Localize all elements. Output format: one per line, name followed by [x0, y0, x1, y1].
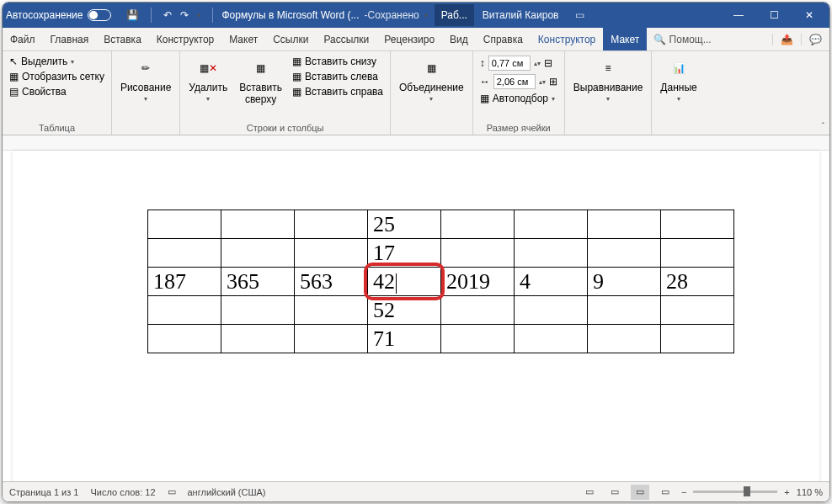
- focus-view-icon[interactable]: ▭: [580, 485, 599, 500]
- table-cell[interactable]: 9: [588, 268, 661, 296]
- close-button[interactable]: ✕: [792, 3, 826, 28]
- table-cell[interactable]: 365: [221, 268, 295, 296]
- ruler[interactable]: [3, 135, 829, 151]
- insert-below-button[interactable]: ▦Вставить снизу: [291, 55, 385, 68]
- toggle-switch[interactable]: [88, 9, 111, 21]
- table-cell[interactable]: [515, 210, 588, 239]
- table-cell[interactable]: 25: [368, 210, 441, 239]
- delete-button[interactable]: ▦✕Удалить▾: [185, 55, 231, 107]
- tab-layout[interactable]: Макет: [221, 28, 265, 50]
- table-cell[interactable]: [515, 296, 588, 325]
- ribbon-display-icon[interactable]: ▭: [575, 9, 584, 21]
- user-name[interactable]: Виталий Каиров: [483, 9, 559, 21]
- insert-left-button[interactable]: ▦Вставить слева: [291, 70, 385, 83]
- table-cell[interactable]: [588, 296, 661, 325]
- redo-icon[interactable]: ↷: [180, 9, 189, 21]
- table-cell[interactable]: [295, 296, 368, 325]
- table-cell[interactable]: 52: [368, 296, 441, 325]
- minimize-button[interactable]: —: [722, 3, 755, 28]
- tab-file[interactable]: Файл: [3, 28, 43, 50]
- language-indicator[interactable]: английский (США): [188, 487, 266, 497]
- draw-button[interactable]: ✏ Рисование▾: [117, 55, 174, 104]
- properties-button[interactable]: ▤Свойства: [8, 85, 106, 98]
- table-cell[interactable]: [588, 325, 661, 353]
- proofing-icon[interactable]: ▭: [168, 486, 176, 497]
- tab-view[interactable]: Вид: [442, 28, 476, 50]
- tab-references[interactable]: Ссылки: [265, 28, 316, 50]
- collapse-ribbon-button[interactable]: ˆ: [822, 122, 824, 131]
- table-cell[interactable]: [221, 296, 295, 325]
- table-cell[interactable]: [295, 325, 368, 353]
- table-cell[interactable]: [295, 239, 368, 268]
- table-cell[interactable]: [221, 239, 295, 268]
- maximize-button[interactable]: ☐: [757, 3, 791, 28]
- web-view-icon[interactable]: ▭: [656, 485, 675, 500]
- tab-insert[interactable]: Вставка: [96, 28, 149, 50]
- data-button[interactable]: 📊Данные▾: [657, 55, 700, 104]
- table-cell[interactable]: 4: [515, 268, 588, 296]
- word-table[interactable]: 251718736556342201949285271: [147, 210, 734, 353]
- page-indicator[interactable]: Страница 1 из 1: [9, 487, 78, 497]
- tab-table-layout[interactable]: Макет: [603, 28, 647, 50]
- insert-above-button[interactable]: ▦Вставить сверху: [236, 55, 285, 107]
- table-cell[interactable]: 187: [148, 268, 221, 296]
- qat-dropdown[interactable]: ▾: [197, 12, 200, 19]
- tab-help[interactable]: Справка: [476, 28, 531, 50]
- distribute-rows-icon[interactable]: ⊟: [544, 57, 552, 69]
- read-view-icon[interactable]: ▭: [605, 485, 624, 500]
- table-cell[interactable]: [661, 239, 734, 268]
- table-cell[interactable]: [148, 325, 221, 353]
- zoom-out-button[interactable]: −: [681, 487, 686, 497]
- table-cell[interactable]: 28: [661, 268, 734, 296]
- table-cell[interactable]: [588, 210, 661, 239]
- table-cell[interactable]: 17: [368, 239, 441, 268]
- zoom-slider[interactable]: [693, 491, 777, 493]
- table-cell[interactable]: 563: [295, 268, 368, 296]
- gridlines-button[interactable]: ▦Отобразить сетку: [8, 70, 106, 83]
- print-view-icon[interactable]: ▭: [631, 485, 649, 500]
- table-cell[interactable]: [148, 239, 221, 268]
- table-cell[interactable]: [441, 296, 515, 325]
- table-cell[interactable]: [221, 210, 295, 239]
- save-icon[interactable]: 💾: [126, 9, 139, 21]
- table-cell[interactable]: [515, 325, 588, 353]
- table-cell[interactable]: [441, 239, 515, 268]
- merge-button[interactable]: ▦Объединение▾: [396, 55, 467, 104]
- table-cell[interactable]: [441, 210, 515, 239]
- page[interactable]: 251718736556342201949285271: [13, 151, 819, 481]
- tab-table-design[interactable]: Конструктор: [531, 28, 603, 50]
- row-height-input[interactable]: 0,77 см: [488, 56, 531, 71]
- table-cell[interactable]: [221, 325, 295, 353]
- tab-design[interactable]: Конструктор: [149, 28, 221, 50]
- table-cell[interactable]: 42: [368, 268, 441, 296]
- autosave-toggle[interactable]: Автосохранение: [6, 9, 111, 21]
- table-cell[interactable]: [441, 325, 515, 353]
- zoom-in-button[interactable]: +: [784, 487, 789, 497]
- table-cell[interactable]: [661, 296, 734, 325]
- table-cell[interactable]: [515, 239, 588, 268]
- distribute-cols-icon[interactable]: ⊞: [549, 76, 557, 88]
- alignment-button[interactable]: ≡Выравнивание▾: [570, 55, 647, 104]
- table-cell[interactable]: 71: [368, 325, 441, 353]
- workspace-tab[interactable]: Раб...: [435, 4, 474, 26]
- tell-me[interactable]: 🔍 Помощ...: [647, 34, 717, 45]
- share-button[interactable]: 📤: [772, 34, 801, 45]
- tab-home[interactable]: Главная: [43, 28, 97, 50]
- tab-review[interactable]: Рецензиро: [376, 28, 442, 50]
- undo-icon[interactable]: ↶: [163, 9, 172, 21]
- word-count[interactable]: Число слов: 12: [90, 487, 155, 497]
- table-cell[interactable]: [661, 325, 734, 353]
- table-cell[interactable]: 2019: [441, 268, 515, 296]
- col-width-input[interactable]: 2,06 см: [493, 74, 536, 89]
- table-cell[interactable]: [588, 239, 661, 268]
- table-cell[interactable]: [661, 210, 734, 239]
- comments-button[interactable]: 💬: [801, 34, 829, 45]
- insert-right-button[interactable]: ▦Вставить справа: [291, 85, 385, 98]
- table-cell[interactable]: [295, 210, 368, 239]
- table-cell[interactable]: [148, 210, 221, 239]
- select-button[interactable]: ↖Выделить▾: [8, 55, 106, 68]
- autofit-button[interactable]: ▦Автоподбор▾: [478, 92, 559, 105]
- tab-mailings[interactable]: Рассылки: [316, 28, 376, 50]
- zoom-level[interactable]: 110 %: [797, 487, 823, 497]
- table-cell[interactable]: [148, 296, 221, 325]
